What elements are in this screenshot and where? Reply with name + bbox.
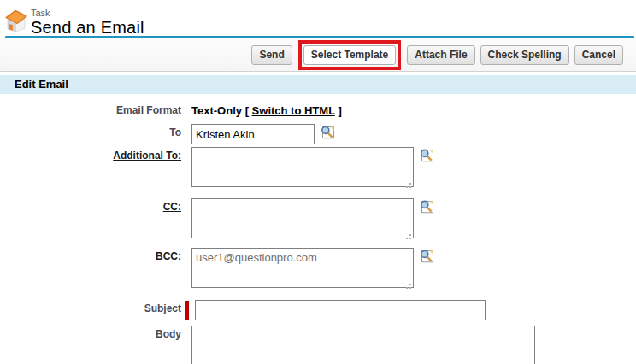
to-field: [191, 124, 335, 144]
additional-to-row: Additional To:: [0, 147, 636, 191]
additional-to-textarea[interactable]: [191, 147, 414, 187]
cc-lookup-icon[interactable]: [419, 199, 434, 214]
send-button[interactable]: Send: [251, 45, 292, 65]
to-input[interactable]: [191, 124, 315, 144]
cc-wrap: [191, 198, 414, 242]
bcc-row: BCC: user1@questionpro.com: [0, 248, 636, 291]
to-row: To: [0, 124, 636, 144]
section-header-edit-email: Edit Email: [0, 75, 636, 94]
title-block: Task Send an Email: [31, 7, 144, 38]
email-format-value: Text-Only [ Switch to HTML ]: [191, 102, 342, 117]
body-wrap: [191, 326, 535, 364]
additional-to-field: [191, 147, 434, 191]
record-type-label: Task: [31, 7, 144, 18]
select-template-button[interactable]: Select Template: [303, 45, 396, 65]
additional-to-lookup-icon[interactable]: [419, 148, 434, 163]
additional-to-label[interactable]: Additional To:: [0, 147, 181, 161]
bcc-lookup-icon[interactable]: [419, 249, 434, 264]
button-toolbar: Send Select Template Attach File Check S…: [0, 38, 636, 72]
cc-field: [191, 198, 434, 242]
body-row: Body: [0, 326, 636, 364]
subject-field: [186, 300, 486, 320]
bcc-label[interactable]: BCC:: [0, 248, 181, 262]
check-spelling-button[interactable]: Check Spelling: [480, 45, 569, 65]
send-email-page: Task Send an Email Send Select Template …: [0, 0, 636, 364]
email-format-field: Text-Only [ Switch to HTML ]: [191, 102, 342, 117]
bcc-textarea[interactable]: user1@questionpro.com: [191, 248, 414, 288]
bcc-field: user1@questionpro.com: [191, 248, 434, 291]
switch-to-html-link[interactable]: Switch to HTML: [252, 104, 335, 117]
resize-grip-icon[interactable]: [404, 282, 412, 290]
cc-row: CC:: [0, 198, 636, 242]
email-format-current: Text-Only: [191, 104, 242, 117]
edit-email-form: Email Format Text-Only [ Switch to HTML …: [0, 94, 636, 364]
task-home-icon: [4, 9, 28, 32]
page-header: Task Send an Email: [0, 0, 636, 35]
body-label: Body: [0, 326, 181, 340]
bracket-left: [: [245, 104, 249, 117]
cancel-button[interactable]: Cancel: [574, 45, 623, 65]
email-format-label: Email Format: [0, 102, 181, 116]
body-textarea[interactable]: [191, 326, 535, 364]
cc-textarea[interactable]: [191, 198, 414, 238]
bracket-right: ]: [338, 104, 341, 117]
resize-grip-icon[interactable]: [404, 232, 412, 240]
subject-row: Subject: [0, 300, 636, 320]
resize-grip-icon[interactable]: [404, 181, 412, 189]
required-indicator: [186, 301, 189, 320]
subject-label: Subject: [0, 300, 181, 314]
subject-input[interactable]: [195, 300, 486, 320]
email-format-row: Email Format Text-Only [ Switch to HTML …: [0, 102, 636, 117]
additional-to-wrap: [191, 147, 414, 191]
to-label: To: [0, 124, 181, 138]
highlight-box: Select Template: [298, 40, 401, 70]
cc-label[interactable]: CC:: [0, 198, 181, 213]
to-lookup-icon[interactable]: [320, 125, 335, 140]
body-field: [191, 326, 535, 364]
attach-file-button[interactable]: Attach File: [407, 45, 474, 65]
page-title: Send an Email: [31, 18, 144, 38]
bcc-wrap: user1@questionpro.com: [191, 248, 414, 291]
